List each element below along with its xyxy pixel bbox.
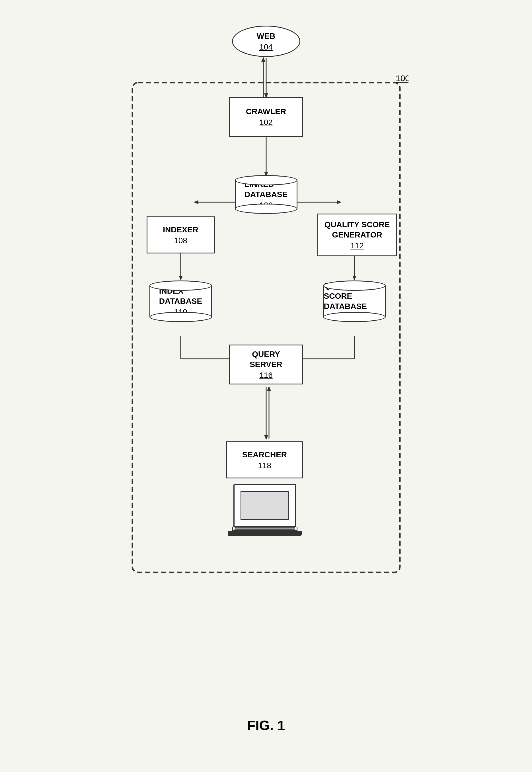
web-label: WEB (257, 31, 275, 41)
crawler-label: CRAWLER (246, 106, 286, 117)
laptop-icon (228, 484, 302, 536)
web-number: 104 (259, 42, 273, 52)
query-server-number: 116 (259, 371, 273, 380)
svg-marker-25 (267, 386, 271, 391)
svg-marker-11 (337, 200, 342, 204)
quality-score-gen-number: 112 (350, 241, 364, 250)
web-node: WEB 104 (232, 26, 300, 57)
searcher-node: SEARCHER 118 (226, 442, 303, 536)
laptop-screen-inner (241, 491, 289, 520)
laptop-screen (233, 484, 296, 527)
linked-db-bottom (235, 204, 297, 214)
svg-marker-23 (264, 435, 268, 440)
linked-db-node: LINKEDDATABASE 106 (235, 175, 297, 214)
svg-marker-13 (179, 276, 183, 280)
crawler-node: CRAWLER 102 (229, 97, 303, 137)
indexer-number: 108 (174, 236, 187, 245)
indexer-node: INDEXER 108 (147, 216, 215, 253)
laptop-base (228, 531, 302, 536)
searcher-label: SEARCHER (242, 450, 287, 460)
indexer-label: INDEXER (163, 225, 198, 235)
index-db-node: INDEXDATABASE 110 (149, 280, 212, 322)
index-db-bottom (149, 312, 212, 322)
svg-text:100: 100 (396, 73, 408, 83)
figure-label: FIG. 1 (247, 718, 285, 733)
quality-score-gen-node: QUALITY SCOREGENERATOR 112 (317, 213, 397, 256)
quality-score-db-top (323, 280, 386, 291)
searcher-number: 118 (258, 461, 271, 470)
svg-marker-9 (194, 200, 198, 204)
quality-score-gen-label: QUALITY SCOREGENERATOR (324, 219, 390, 240)
crawler-number: 102 (259, 118, 273, 127)
query-server-node: QUERYSERVER 116 (229, 344, 303, 384)
svg-marker-5 (261, 57, 265, 62)
query-server-label: QUERYSERVER (250, 349, 282, 370)
index-db-top (149, 280, 212, 291)
quality-score-db-bottom (323, 312, 386, 322)
linked-db-top (235, 175, 297, 185)
svg-marker-15 (352, 276, 356, 280)
quality-score-db-node: QUALITY SCOREDATABASE 114 (323, 280, 386, 322)
